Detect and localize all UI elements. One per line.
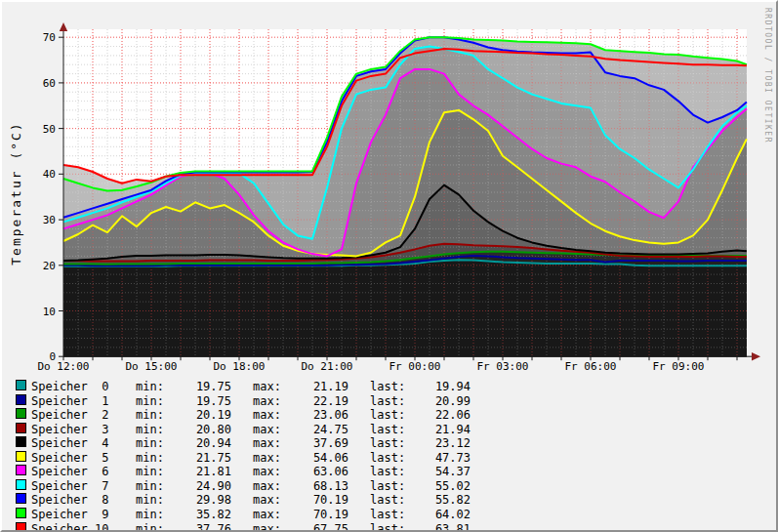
x-tick-label: Fr 06:00 [565, 360, 617, 373]
legend-min-label: min: [136, 479, 164, 493]
legend-max-label: max: [253, 465, 281, 478]
rrdtool-watermark: RRDTOOL / TOBI OETIKER [763, 8, 772, 143]
y-tick-label: 30 [43, 214, 56, 226]
legend-swatch [16, 451, 26, 462]
legend-max-label: max: [253, 451, 281, 465]
legend-swatch [16, 493, 26, 504]
legend-row: Speicher 8min:29.98max:70.19last:55.82 [2, 493, 776, 507]
legend-min-label: min: [136, 408, 164, 422]
legend-min-label: min: [136, 436, 164, 450]
legend-min-value: 19.75 [168, 380, 231, 393]
legend-last-value: 22.06 [404, 408, 471, 422]
legend-last-value: 63.81 [404, 522, 471, 532]
legend-max-value: 67.75 [285, 522, 348, 532]
legend-min-value: 21.75 [168, 451, 231, 465]
legend-last-value: 47.73 [404, 451, 471, 465]
legend-swatch [16, 394, 26, 405]
legend-series-name: Speicher 8 [31, 493, 108, 507]
legend-min-label: min: [136, 380, 164, 393]
legend-swatch [16, 436, 26, 447]
legend-max-label: max: [253, 493, 281, 507]
legend-min-value: 24.90 [168, 479, 231, 493]
legend-series-name: Speicher 10 [31, 522, 108, 532]
legend-min-label: min: [136, 465, 164, 478]
legend-last-value: 54.37 [404, 465, 471, 478]
legend-last-label: last: [370, 423, 405, 436]
legend-last-value: 20.99 [404, 394, 471, 408]
legend-min-value: 20.80 [168, 423, 231, 436]
legend-row: Speicher 1min:19.75max:22.19last:20.99 [2, 394, 776, 408]
legend-max-label: max: [253, 408, 281, 422]
y-axis-title: Temperatur (°C) [9, 101, 24, 286]
legend-max-value: 37.69 [285, 436, 348, 450]
x-tick-label: Fr 00:00 [389, 360, 441, 373]
legend-max-value: 70.19 [285, 508, 348, 521]
legend-row: Speicher 7min:24.90max:68.13last:55.02 [2, 479, 776, 493]
legend-min-label: min: [136, 394, 164, 408]
legend-row: Speicher 4min:20.94max:37.69last:23.12 [2, 436, 776, 450]
legend-min-value: 29.98 [168, 493, 231, 507]
legend-max-label: max: [253, 522, 281, 532]
y-axis-arrow-icon [60, 22, 67, 31]
y-tick-label: 60 [43, 77, 56, 90]
legend-min-label: min: [136, 451, 164, 465]
y-tick-label: 20 [43, 260, 56, 272]
legend-row: Speicher 6min:21.81max:63.06last:54.37 [2, 465, 776, 478]
legend-min-label: min: [136, 508, 164, 521]
legend-series-name: Speicher 9 [31, 508, 108, 521]
legend-last-label: last: [370, 436, 405, 450]
legend-last-label: last: [370, 508, 405, 521]
legend-max-label: max: [253, 380, 281, 393]
legend-min-label: min: [136, 423, 164, 436]
legend-max-value: 22.19 [285, 394, 348, 408]
legend-max-label: max: [253, 423, 281, 436]
legend-min-label: min: [136, 493, 164, 507]
legend-row: Speicher 3min:20.80max:24.75last:21.94 [2, 423, 776, 436]
legend-row: Speicher 9min:35.82max:70.19last:64.02 [2, 508, 776, 521]
legend-swatch [16, 479, 26, 490]
legend-last-value: 21.94 [404, 423, 471, 436]
chart-canvas: 010203040506070Do 12:00Do 15:00Do 18:00D… [0, 0, 778, 376]
x-tick-label: Do 15:00 [126, 360, 178, 373]
legend-swatch [16, 508, 26, 518]
legend-min-value: 37.76 [168, 522, 231, 532]
legend-last-label: last: [370, 408, 405, 422]
legend-min-value: 35.82 [168, 508, 231, 521]
legend-series-name: Speicher 2 [31, 408, 108, 422]
legend-swatch [16, 380, 26, 390]
legend-series-name: Speicher 6 [31, 465, 108, 478]
x-tick-label: Fr 03:00 [477, 360, 529, 373]
legend-max-label: max: [253, 436, 281, 450]
legend-row: Speicher 10min:37.76max:67.75last:63.81 [2, 522, 776, 532]
legend-swatch [16, 423, 26, 433]
legend-series-name: Speicher 5 [31, 451, 108, 465]
legend-last-value: 19.94 [404, 380, 471, 393]
legend-swatch [16, 408, 26, 419]
legend-last-label: last: [370, 380, 405, 393]
legend-series-name: Speicher 1 [31, 394, 108, 408]
legend-min-value: 21.81 [168, 465, 231, 478]
legend-last-value: 55.02 [404, 479, 471, 493]
legend-last-label: last: [370, 465, 405, 478]
legend-min-label: min: [136, 522, 164, 532]
legend-max-value: 23.06 [285, 408, 348, 422]
x-tick-label: Do 21:00 [302, 360, 353, 373]
legend-last-label: last: [370, 394, 405, 408]
legend-row: Speicher 5min:21.75max:54.06last:47.73 [2, 451, 776, 465]
legend-max-value: 24.75 [285, 423, 348, 436]
legend-max-value: 54.06 [285, 451, 348, 465]
legend-max-label: max: [253, 394, 281, 408]
rrdtool-graph-image: 010203040506070Do 12:00Do 15:00Do 18:00D… [0, 0, 778, 532]
legend-last-label: last: [370, 522, 405, 532]
x-tick-label: Fr 09:00 [653, 360, 705, 373]
y-tick-label: 10 [43, 306, 56, 318]
legend-last-label: last: [370, 493, 405, 507]
legend-max-value: 68.13 [285, 479, 348, 493]
x-tick-label: Do 12:00 [38, 360, 90, 373]
legend-min-value: 20.19 [168, 408, 231, 422]
y-tick-label: 40 [43, 168, 56, 181]
y-tick-label: 70 [43, 31, 56, 44]
x-axis-arrow-icon [752, 352, 760, 361]
legend-max-label: max: [253, 508, 281, 521]
legend-min-value: 19.75 [168, 394, 231, 408]
